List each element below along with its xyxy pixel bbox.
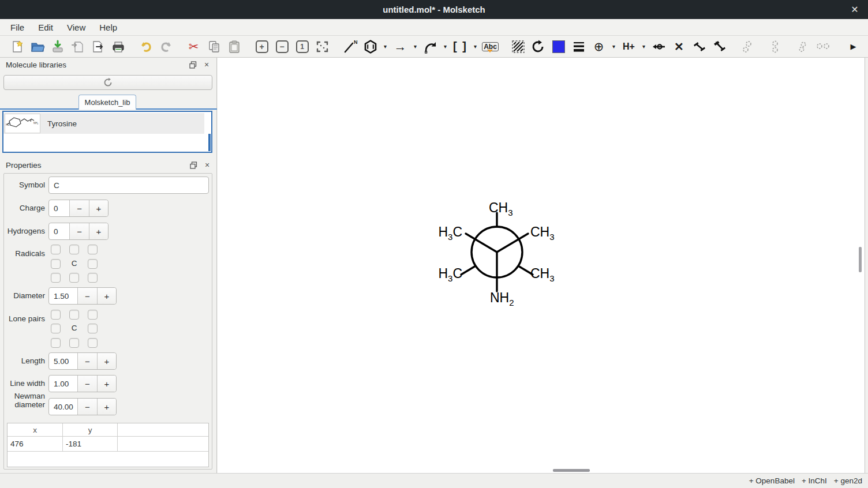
properties-close-button[interactable]: × <box>203 161 211 169</box>
group-flip-horizontal-button[interactable] <box>737 37 757 56</box>
hatch-tool-button[interactable] <box>508 37 528 56</box>
reaction-arrow-dropdown[interactable]: ▾ <box>410 37 420 56</box>
lone-pair-checkbox-nw[interactable] <box>51 310 61 320</box>
radical-checkbox-sw[interactable] <box>51 273 61 283</box>
draw-bond-button[interactable]: N <box>340 37 360 56</box>
charge-decrement-button[interactable]: − <box>69 200 88 216</box>
symbol-input[interactable]: C <box>48 177 209 194</box>
atom-label-upper-right[interactable]: CH3 <box>530 224 555 242</box>
window-close-button[interactable]: ✕ <box>846 0 863 19</box>
newman-decrement-button[interactable]: − <box>77 399 96 415</box>
newman-increment-button[interactable]: + <box>97 399 116 415</box>
coordinate-y-cell[interactable]: -181 <box>63 437 118 451</box>
mechanism-arrow-button[interactable] <box>420 37 440 56</box>
drawing-canvas[interactable]: CH3 H3C CH3 H3C CH3 NH2 <box>218 58 865 473</box>
coordinates-table[interactable]: x y 476 -181 <box>7 423 209 467</box>
line-width-value[interactable]: 1.00 <box>49 376 77 392</box>
export-document-button[interactable] <box>88 37 108 56</box>
delete-tool-button[interactable]: ✕ <box>669 37 689 56</box>
menu-help[interactable]: Help <box>92 20 124 35</box>
line-width-decrement-button[interactable]: − <box>77 376 96 392</box>
libraries-close-button[interactable]: × <box>203 61 211 69</box>
copy-button[interactable] <box>204 37 224 56</box>
toolbar-overflow-button[interactable]: ▶ <box>843 37 863 56</box>
lone-pair-checkbox-n[interactable] <box>69 310 79 320</box>
zoom-in-button[interactable]: + <box>252 37 272 56</box>
radical-checkbox-w[interactable] <box>51 259 61 269</box>
lone-pair-checkbox-w[interactable] <box>51 324 61 333</box>
optimize-bond-tool-button[interactable] <box>689 37 709 56</box>
length-increment-button[interactable]: + <box>97 353 116 369</box>
charge-tool-button[interactable]: ⊕ <box>589 37 609 56</box>
paste-button[interactable] <box>224 37 244 56</box>
save-as-button[interactable] <box>68 37 88 56</box>
zoom-fit-button[interactable] <box>312 37 332 56</box>
open-file-button[interactable] <box>27 37 47 56</box>
charge-increment-button[interactable]: + <box>89 200 108 216</box>
newman-diameter-spinbox[interactable]: 40.00 − + <box>48 398 117 415</box>
print-button[interactable] <box>108 37 128 56</box>
hydrogen-tool-dropdown[interactable]: ▾ <box>639 37 649 56</box>
radical-checkbox-se[interactable] <box>88 273 98 283</box>
libraries-float-button[interactable] <box>189 61 197 69</box>
column-header-x[interactable]: x <box>8 423 63 436</box>
charge-value[interactable]: 0 <box>49 200 69 216</box>
radical-checkbox-nw[interactable] <box>51 245 61 254</box>
diameter-increment-button[interactable]: + <box>97 288 116 304</box>
newman-projection-molecule[interactable]: CH3 H3C CH3 H3C CH3 NH2 <box>405 177 589 327</box>
group-separate-button[interactable] <box>813 37 833 56</box>
length-spinbox[interactable]: 5.00 − + <box>48 352 117 370</box>
redo-button[interactable] <box>156 37 176 56</box>
canvas-horizontal-scrollbar[interactable] <box>553 469 590 472</box>
brackets-dropdown[interactable]: ▾ <box>470 37 480 56</box>
hydrogens-increment-button[interactable]: + <box>89 223 108 239</box>
line-width-tool-button[interactable] <box>568 37 589 56</box>
ring-tool-button[interactable] <box>360 37 380 56</box>
line-width-increment-button[interactable]: + <box>97 376 116 392</box>
lone-pair-checkbox-ne[interactable] <box>88 310 98 320</box>
mechanism-arrow-dropdown[interactable]: ▾ <box>440 37 450 56</box>
tab-molsketch-lib[interactable]: Molsketch_lib <box>78 95 136 110</box>
atom-label-lower-right[interactable]: CH3 <box>530 266 555 283</box>
zoom-out-button[interactable]: − <box>272 37 292 56</box>
group-rotate-button[interactable] <box>792 37 813 56</box>
radical-checkbox-s[interactable] <box>69 273 79 283</box>
coordinate-x-cell[interactable]: 476 <box>8 437 63 451</box>
refresh-libraries-button[interactable] <box>3 75 212 90</box>
diameter-spinbox[interactable]: 1.50 − + <box>48 287 117 305</box>
hydrogens-value[interactable]: 0 <box>49 223 69 239</box>
charge-tool-dropdown[interactable]: ▾ <box>609 37 619 56</box>
radical-checkbox-ne[interactable] <box>88 245 98 254</box>
properties-float-button[interactable] <box>189 161 197 169</box>
optimize-angle-tool-button[interactable] <box>709 37 729 56</box>
radical-checkbox-e[interactable] <box>88 259 98 269</box>
diameter-decrement-button[interactable]: − <box>77 288 96 304</box>
atom-label-lower-left[interactable]: H3C <box>428 266 462 283</box>
menu-view[interactable]: View <box>60 20 92 35</box>
rotate-tool-button[interactable] <box>528 37 548 56</box>
newman-diameter-value[interactable]: 40.00 <box>49 399 77 415</box>
text-tool-button[interactable]: Abc <box>480 37 500 56</box>
length-value[interactable]: 5.00 <box>49 353 77 369</box>
lone-pair-checkbox-sw[interactable] <box>51 338 61 348</box>
charge-spinbox[interactable]: 0 − + <box>48 200 108 217</box>
new-file-button[interactable] <box>7 37 27 56</box>
library-list-scrollbar[interactable] <box>208 134 211 151</box>
save-button[interactable] <box>47 37 68 56</box>
list-item-tyrosine[interactable]: NH₂HO Tyrosine <box>3 113 204 134</box>
molecule-library-list[interactable]: NH₂HO Tyrosine <box>2 111 212 153</box>
brackets-button[interactable]: [ ] <box>450 37 470 56</box>
cut-button[interactable]: ✂ <box>184 37 204 56</box>
canvas-vertical-scrollbar[interactable] <box>859 247 862 272</box>
menu-edit[interactable]: Edit <box>31 20 60 35</box>
length-decrement-button[interactable]: − <box>77 353 96 369</box>
lone-pair-checkbox-e[interactable] <box>88 324 98 333</box>
diameter-value[interactable]: 1.50 <box>49 288 77 304</box>
hydrogen-tool-button[interactable]: H+ <box>619 37 639 56</box>
coordinate-row[interactable]: 476 -181 <box>8 437 208 452</box>
lone-pair-checkbox-s[interactable] <box>69 338 79 348</box>
color-picker-button[interactable] <box>548 37 568 56</box>
atom-label-top[interactable]: CH3 <box>489 200 513 217</box>
lone-pair-checkbox-se[interactable] <box>88 338 98 348</box>
menu-file[interactable]: File <box>3 20 31 35</box>
